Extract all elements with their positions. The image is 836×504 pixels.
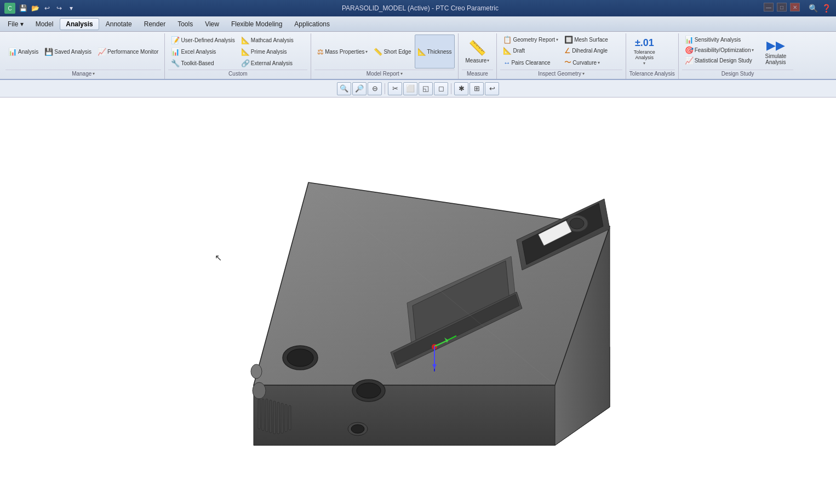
ribbon-group-tolerance: ±.01 ToleranceAnalysis ▾ Tolerance Analy…	[626, 33, 679, 79]
btn-measure[interactable]: 📏 Measure ▾	[462, 35, 494, 68]
btn-prime-analysis[interactable]: 📐 Prime Analysis	[238, 46, 307, 57]
main-viewport[interactable]: ↖	[0, 98, 836, 504]
btn-external-analysis[interactable]: 🔗 External Analysis	[238, 58, 307, 68]
btn-curvature[interactable]: 〜 Curvature ▾	[562, 56, 622, 68]
app-icon: C	[4, 3, 15, 14]
manage-arrow[interactable]: ▾	[93, 71, 95, 76]
qa-open[interactable]: 📂	[30, 3, 41, 14]
measure-icon: 📏	[468, 39, 486, 56]
tb-zoom-out[interactable]: 🔎	[352, 82, 367, 95]
tolerance-icon: ±.01	[635, 37, 654, 49]
menu-annotate[interactable]: Annotate	[100, 19, 138, 30]
qa-redo[interactable]: ↪	[54, 3, 65, 14]
btn-geometry-report[interactable]: 📋 Geometry Report ▾	[500, 35, 561, 45]
btn-performance-monitor[interactable]: 📈 Performance Monitor	[95, 35, 161, 68]
btn-dihedral-angle[interactable]: ∠ Dihedral Angle	[562, 45, 622, 56]
mathcad-icon: 📐	[241, 36, 250, 44]
svg-rect-12	[262, 399, 264, 431]
menu-view[interactable]: View	[199, 19, 225, 30]
ribbon-group-design-study: 📊 Sensitivity Analysis 🎯 Feasibility/Opt…	[679, 33, 797, 79]
close-button[interactable]: ✕	[790, 3, 800, 12]
short-edge-icon: 📏	[374, 48, 382, 56]
custom-label: Custom	[168, 70, 307, 78]
window-controls: — □ ✕ 🔍 ❓	[764, 3, 832, 14]
tb-select-poly[interactable]: ◱	[419, 82, 433, 95]
ribbon-content: 📊 Analysis 💾 Saved Analysis 📈 Performanc…	[0, 32, 836, 79]
btn-statistical-design-study[interactable]: 📈 Statistical Design Study	[682, 55, 757, 66]
menu-model[interactable]: Model	[30, 19, 59, 30]
btn-short-edge[interactable]: 📏 Short Edge	[371, 35, 414, 68]
btn-toolkit-based[interactable]: 🔧 Toolkit-Based	[168, 58, 237, 68]
qa-more[interactable]: ▾	[66, 3, 77, 14]
tb-zoom-fit[interactable]: ⊖	[368, 82, 382, 95]
svg-rect-14	[270, 400, 272, 433]
inspect-geometry-buttons: 📋 Geometry Report ▾ 🔲 Mesh Surface 📐 Dra…	[500, 35, 622, 68]
menu-analysis[interactable]: Analysis	[60, 18, 99, 30]
saved-analysis-icon: 💾	[44, 48, 53, 56]
inspect-geometry-arrow[interactable]: ▾	[582, 71, 585, 76]
btn-sensitivity-analysis[interactable]: 📊 Sensitivity Analysis	[682, 35, 757, 45]
svg-rect-18	[285, 404, 287, 432]
quick-access-toolbar: 💾 📂 ↩ ↪ ▾	[18, 3, 77, 14]
btn-pairs-clearance[interactable]: ↔ Pairs Clearance	[500, 56, 561, 68]
qa-save[interactable]: 💾	[18, 3, 28, 14]
ribbon-group-model-report: ⚖ Mass Properties ▾ 📏 Short Edge 📐 Thick…	[311, 33, 458, 79]
svg-rect-11	[258, 399, 260, 429]
btn-mass-properties[interactable]: ⚖ Mass Properties ▾	[314, 35, 370, 68]
tb-grid[interactable]: ⊞	[469, 82, 484, 95]
tb-filter[interactable]: ✱	[454, 82, 468, 95]
prime-icon: 📐	[241, 48, 250, 56]
btn-feasibility-optimization[interactable]: 🎯 Feasibility/Optimization ▾	[682, 45, 757, 55]
dihedral-angle-icon: ∠	[564, 47, 571, 55]
qa-undo[interactable]: ↩	[42, 3, 53, 14]
menu-tools[interactable]: Tools	[172, 19, 198, 30]
svg-rect-17	[281, 403, 283, 433]
excel-icon: 📊	[171, 48, 180, 56]
menu-render[interactable]: Render	[139, 19, 171, 30]
btn-mathcad-analysis[interactable]: 📐 Mathcad Analysis	[238, 35, 307, 45]
model-report-arrow[interactable]: ▾	[400, 71, 403, 76]
tb-select-item[interactable]: ◻	[434, 82, 448, 95]
tb-undo-view[interactable]: ↩	[485, 82, 499, 95]
ribbon: 📊 Analysis 💾 Saved Analysis 📈 Performanc…	[0, 32, 836, 80]
measure-buttons: 📏 Measure ▾	[462, 35, 494, 68]
tb-zoom-in[interactable]: 🔍	[337, 82, 351, 95]
menu-flexible-modeling[interactable]: Flexible Modeling	[226, 19, 288, 30]
thickness-icon: 📐	[417, 48, 426, 56]
svg-point-4	[251, 364, 262, 379]
mesh-surface-icon: 🔲	[564, 36, 573, 44]
btn-user-defined-analysis[interactable]: 📝 User-Defined Analysis	[168, 35, 237, 45]
measure-arrow: ▾	[487, 58, 489, 63]
design-study-buttons: 📊 Sensitivity Analysis 🎯 Feasibility/Opt…	[682, 35, 794, 68]
tb-select-box[interactable]: ⬜	[403, 82, 417, 95]
svg-rect-16	[277, 402, 279, 434]
measure-label: Measure	[462, 70, 494, 78]
design-study-left-col: 📊 Sensitivity Analysis 🎯 Feasibility/Opt…	[682, 35, 757, 68]
btn-mesh-surface[interactable]: 🔲 Mesh Surface	[562, 35, 622, 45]
btn-saved-analysis[interactable]: 💾 Saved Analysis	[42, 35, 94, 68]
btn-tolerance[interactable]: ±.01 ToleranceAnalysis ▾	[629, 35, 660, 68]
minimize-button[interactable]: —	[764, 3, 774, 12]
menu-applications[interactable]: Applications	[289, 19, 335, 30]
svg-rect-19	[289, 405, 291, 430]
ribbon-group-manage: 📊 Analysis 💾 Saved Analysis 📈 Performanc…	[2, 33, 165, 79]
menu-file[interactable]: File ▾	[2, 19, 29, 30]
manage-label: Manage ▾	[5, 70, 161, 78]
btn-draft[interactable]: 📐 Draft	[500, 45, 561, 56]
ribbon-group-measure: 📏 Measure ▾ Measure	[459, 33, 497, 79]
btn-excel-analysis[interactable]: 📊 Excel Analysis	[168, 46, 237, 57]
svg-point-8	[357, 383, 381, 398]
help-search[interactable]: 🔍	[808, 3, 818, 14]
mass-properties-arrow: ▾	[365, 49, 368, 54]
btn-analysis[interactable]: 📊 Analysis	[5, 35, 41, 68]
model-svg	[199, 155, 637, 462]
tolerance-buttons: ±.01 ToleranceAnalysis ▾	[629, 35, 660, 68]
btn-thickness[interactable]: 📐 Thickness	[415, 35, 455, 68]
svg-rect-15	[273, 401, 276, 434]
mass-properties-icon: ⚖	[317, 48, 324, 56]
svg-point-3	[253, 382, 266, 399]
restore-button[interactable]: □	[777, 3, 787, 12]
tb-cut[interactable]: ✂	[388, 82, 402, 95]
btn-simulate-analysis[interactable]: ▶▶ SimulateAnalysis	[758, 36, 793, 67]
help-button[interactable]: ❓	[821, 3, 832, 14]
